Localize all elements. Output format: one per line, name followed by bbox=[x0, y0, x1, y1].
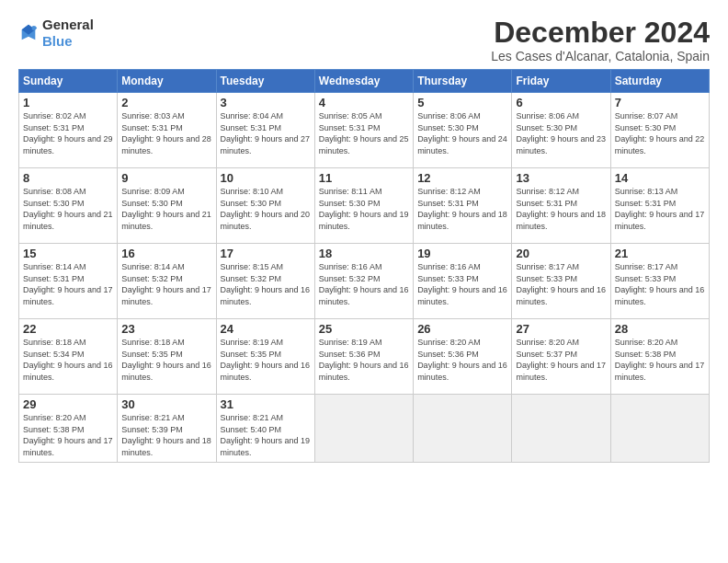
day-number: 30 bbox=[121, 397, 211, 411]
cell-info: Sunrise: 8:19 AMSunset: 5:36 PMDaylight:… bbox=[319, 337, 409, 383]
day-number: 17 bbox=[221, 247, 311, 260]
cell-info: Sunrise: 8:13 AMSunset: 5:31 PMDaylight:… bbox=[615, 186, 705, 232]
table-cell: 13Sunrise: 8:12 AMSunset: 5:31 PMDayligh… bbox=[512, 168, 610, 244]
cell-info: Sunrise: 8:05 AMSunset: 5:31 PMDaylight:… bbox=[319, 110, 409, 156]
day-number: 21 bbox=[615, 247, 705, 260]
cell-info: Sunrise: 8:14 AMSunset: 5:32 PMDaylight:… bbox=[121, 261, 211, 307]
table-cell: 19Sunrise: 8:16 AMSunset: 5:33 PMDayligh… bbox=[414, 244, 512, 319]
cell-info: Sunrise: 8:02 AMSunset: 5:31 PMDaylight:… bbox=[23, 110, 113, 156]
day-number: 22 bbox=[23, 322, 113, 336]
day-number: 20 bbox=[516, 247, 606, 260]
day-number: 10 bbox=[221, 171, 311, 185]
day-number: 1 bbox=[23, 96, 113, 109]
table-row: 8Sunrise: 8:08 AMSunset: 5:30 PMDaylight… bbox=[19, 168, 710, 244]
day-number: 15 bbox=[23, 247, 113, 260]
cell-info: Sunrise: 8:06 AMSunset: 5:30 PMDaylight:… bbox=[516, 110, 606, 156]
cell-info: Sunrise: 8:04 AMSunset: 5:31 PMDaylight:… bbox=[221, 110, 311, 156]
table-cell: 5Sunrise: 8:06 AMSunset: 5:30 PMDaylight… bbox=[414, 93, 512, 168]
table-row: 22Sunrise: 8:18 AMSunset: 5:34 PMDayligh… bbox=[19, 319, 710, 395]
header-monday: Monday bbox=[118, 70, 216, 93]
title-area: December 2024 Les Cases d'Alcanar, Catal… bbox=[491, 17, 710, 63]
cell-info: Sunrise: 8:18 AMSunset: 5:34 PMDaylight:… bbox=[23, 337, 113, 383]
header-wednesday: Wednesday bbox=[314, 70, 413, 93]
day-number: 3 bbox=[221, 96, 311, 109]
header-friday: Friday bbox=[512, 70, 610, 93]
day-number: 29 bbox=[23, 397, 113, 411]
logo: General Blue bbox=[18, 17, 94, 49]
header: General Blue December 2024 Les Cases d'A… bbox=[18, 17, 710, 63]
table-cell: 9Sunrise: 8:09 AMSunset: 5:30 PMDaylight… bbox=[118, 168, 216, 244]
cell-info: Sunrise: 8:20 AMSunset: 5:38 PMDaylight:… bbox=[23, 412, 113, 458]
table-cell bbox=[414, 395, 512, 462]
table-cell: 25Sunrise: 8:19 AMSunset: 5:36 PMDayligh… bbox=[314, 319, 413, 395]
day-number: 28 bbox=[615, 322, 705, 336]
day-number: 19 bbox=[417, 247, 507, 260]
logo-icon bbox=[18, 23, 39, 43]
cell-info: Sunrise: 8:07 AMSunset: 5:30 PMDaylight:… bbox=[615, 110, 705, 156]
table-cell: 3Sunrise: 8:04 AMSunset: 5:31 PMDaylight… bbox=[216, 93, 314, 168]
table-row: 1Sunrise: 8:02 AMSunset: 5:31 PMDaylight… bbox=[19, 93, 710, 168]
table-cell: 30Sunrise: 8:21 AMSunset: 5:39 PMDayligh… bbox=[118, 395, 216, 462]
cell-info: Sunrise: 8:17 AMSunset: 5:33 PMDaylight:… bbox=[615, 261, 705, 307]
day-number: 4 bbox=[319, 96, 409, 109]
table-cell: 7Sunrise: 8:07 AMSunset: 5:30 PMDaylight… bbox=[610, 93, 709, 168]
day-number: 26 bbox=[417, 322, 507, 336]
calendar-page: General Blue December 2024 Les Cases d'A… bbox=[0, 0, 728, 563]
month-title: December 2024 bbox=[491, 17, 710, 49]
header-tuesday: Tuesday bbox=[216, 70, 314, 93]
cell-info: Sunrise: 8:15 AMSunset: 5:32 PMDaylight:… bbox=[221, 261, 311, 307]
table-cell bbox=[512, 395, 610, 462]
day-number: 14 bbox=[615, 171, 705, 185]
days-header-row: Sunday Monday Tuesday Wednesday Thursday… bbox=[19, 70, 710, 93]
table-row: 15Sunrise: 8:14 AMSunset: 5:31 PMDayligh… bbox=[19, 244, 710, 319]
cell-info: Sunrise: 8:19 AMSunset: 5:35 PMDaylight:… bbox=[221, 337, 311, 383]
table-cell: 17Sunrise: 8:15 AMSunset: 5:32 PMDayligh… bbox=[216, 244, 314, 319]
day-number: 27 bbox=[516, 322, 606, 336]
day-number: 11 bbox=[319, 171, 409, 185]
cell-info: Sunrise: 8:21 AMSunset: 5:40 PMDaylight:… bbox=[221, 412, 311, 458]
day-number: 25 bbox=[319, 322, 409, 336]
cell-info: Sunrise: 8:18 AMSunset: 5:35 PMDaylight:… bbox=[121, 337, 211, 383]
day-number: 6 bbox=[516, 96, 606, 109]
day-number: 9 bbox=[121, 171, 211, 185]
table-cell: 4Sunrise: 8:05 AMSunset: 5:31 PMDaylight… bbox=[314, 93, 413, 168]
header-saturday: Saturday bbox=[610, 70, 709, 93]
table-cell: 18Sunrise: 8:16 AMSunset: 5:32 PMDayligh… bbox=[314, 244, 413, 319]
day-number: 12 bbox=[417, 171, 507, 185]
cell-info: Sunrise: 8:11 AMSunset: 5:30 PMDaylight:… bbox=[319, 186, 409, 232]
cell-info: Sunrise: 8:03 AMSunset: 5:31 PMDaylight:… bbox=[121, 110, 211, 156]
table-cell: 28Sunrise: 8:20 AMSunset: 5:38 PMDayligh… bbox=[610, 319, 709, 395]
cell-info: Sunrise: 8:14 AMSunset: 5:31 PMDaylight:… bbox=[23, 261, 113, 307]
cell-info: Sunrise: 8:16 AMSunset: 5:33 PMDaylight:… bbox=[417, 261, 507, 307]
table-cell: 21Sunrise: 8:17 AMSunset: 5:33 PMDayligh… bbox=[610, 244, 709, 319]
day-number: 5 bbox=[417, 96, 507, 109]
cell-info: Sunrise: 8:06 AMSunset: 5:30 PMDaylight:… bbox=[417, 110, 507, 156]
logo-general: General bbox=[42, 17, 94, 32]
table-cell: 2Sunrise: 8:03 AMSunset: 5:31 PMDaylight… bbox=[118, 93, 216, 168]
cell-info: Sunrise: 8:12 AMSunset: 5:31 PMDaylight:… bbox=[516, 186, 606, 232]
table-cell: 1Sunrise: 8:02 AMSunset: 5:31 PMDaylight… bbox=[19, 93, 118, 168]
cell-info: Sunrise: 8:16 AMSunset: 5:32 PMDaylight:… bbox=[319, 261, 409, 307]
cell-info: Sunrise: 8:21 AMSunset: 5:39 PMDaylight:… bbox=[121, 412, 211, 458]
table-cell: 31Sunrise: 8:21 AMSunset: 5:40 PMDayligh… bbox=[216, 395, 314, 462]
table-cell: 6Sunrise: 8:06 AMSunset: 5:30 PMDaylight… bbox=[512, 93, 610, 168]
day-number: 2 bbox=[121, 96, 211, 109]
table-cell: 15Sunrise: 8:14 AMSunset: 5:31 PMDayligh… bbox=[19, 244, 118, 319]
table-cell: 24Sunrise: 8:19 AMSunset: 5:35 PMDayligh… bbox=[216, 319, 314, 395]
cell-info: Sunrise: 8:17 AMSunset: 5:33 PMDaylight:… bbox=[516, 261, 606, 307]
day-number: 31 bbox=[221, 397, 311, 411]
day-number: 23 bbox=[121, 322, 211, 336]
table-cell: 29Sunrise: 8:20 AMSunset: 5:38 PMDayligh… bbox=[19, 395, 118, 462]
table-row: 29Sunrise: 8:20 AMSunset: 5:38 PMDayligh… bbox=[19, 395, 710, 462]
cell-info: Sunrise: 8:20 AMSunset: 5:38 PMDaylight:… bbox=[615, 337, 705, 383]
table-cell: 16Sunrise: 8:14 AMSunset: 5:32 PMDayligh… bbox=[118, 244, 216, 319]
day-number: 13 bbox=[516, 171, 606, 185]
table-cell: 10Sunrise: 8:10 AMSunset: 5:30 PMDayligh… bbox=[216, 168, 314, 244]
table-cell: 23Sunrise: 8:18 AMSunset: 5:35 PMDayligh… bbox=[118, 319, 216, 395]
table-cell: 8Sunrise: 8:08 AMSunset: 5:30 PMDaylight… bbox=[19, 168, 118, 244]
table-cell: 20Sunrise: 8:17 AMSunset: 5:33 PMDayligh… bbox=[512, 244, 610, 319]
table-cell: 14Sunrise: 8:13 AMSunset: 5:31 PMDayligh… bbox=[610, 168, 709, 244]
day-number: 18 bbox=[319, 247, 409, 260]
day-number: 8 bbox=[23, 171, 113, 185]
logo-text: General Blue bbox=[42, 17, 94, 49]
